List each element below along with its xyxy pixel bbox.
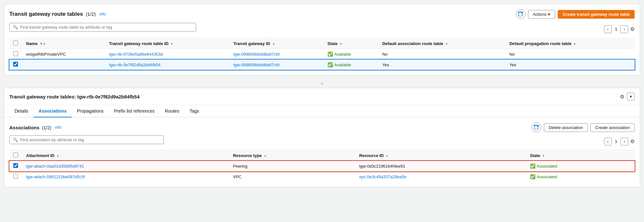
assoc-state-badge: ✅Associated (530, 163, 631, 169)
status-icon: ✅ (327, 51, 333, 57)
assoc-state: ✅Associated (526, 171, 635, 182)
th-default-assoc: Default association route table ▾ (378, 38, 506, 49)
tab-tags[interactable]: Tags (185, 105, 204, 117)
assoc-resource-type: Peering (229, 161, 355, 171)
row-checkbox-cell[interactable] (9, 49, 22, 60)
row-default-prop: No (506, 49, 635, 60)
detail-collapse-button[interactable]: ▾ (627, 93, 635, 100)
assoc-resource-id: tgw-0d3c2196164f4ee91 (355, 161, 526, 171)
detail-title: Transit gateway route tables: tgw-rtb-0e… (9, 94, 139, 99)
top-next-page-button[interactable]: › (620, 25, 628, 33)
th-checkbox (9, 38, 22, 49)
assoc-next-page-button[interactable]: › (620, 138, 628, 145)
tgw-id-link[interactable]: tgw-099806b6dd8a87cfd (233, 62, 279, 67)
top-section-header: Transit gateway route tables (1/2) info … (9, 9, 635, 19)
delete-association-button[interactable]: Delete association (544, 123, 588, 132)
tgw-id-link[interactable]: tgw-099806b6dd8a87cfd (233, 52, 279, 57)
row-default-assoc: Yes (378, 60, 506, 70)
assoc-prev-page-button[interactable]: ‹ (604, 138, 612, 145)
tab-associations[interactable]: Associations (33, 105, 72, 117)
row-tgw-id: tgw-099806b6dd8a87cfd (230, 49, 324, 60)
resource-id-text: tgw-0d3c2196164f4ee91 (359, 164, 405, 169)
assoc-header-row: Attachment ID ▾ Resource type ▾ Resource… (9, 150, 635, 161)
chevron-down-icon: ▾ (548, 12, 550, 17)
assoc-header: Associations (1/2) info Delete associati… (9, 123, 635, 132)
associations-table: Attachment ID ▾ Resource type ▾ Resource… (9, 150, 635, 182)
table-row[interactable]: wstgwRtbPrivateVPC tgw-rtb-0736e5a86e844… (9, 49, 635, 60)
resource-id-link[interactable]: vpc-0e3c49a337a29ea5e (359, 174, 406, 179)
sort-icon-rtid: ▾ (171, 42, 173, 46)
sort-icon-tgwid: ▾ (273, 42, 274, 46)
associations-body: tgw-attach-0aa01d35fdf5d9741 Peering tgw… (9, 161, 635, 182)
assoc-row-checkbox[interactable] (13, 163, 18, 168)
assoc-th-state: State ▾ (526, 150, 635, 161)
row-checkbox-cell[interactable] (9, 60, 22, 70)
state-badge: ✅Available (327, 51, 374, 57)
assoc-page-num: 1 (614, 139, 619, 144)
top-search-input[interactable] (20, 25, 193, 30)
attachment-id-link[interactable]: tgw-attach-0aa01d35fdf5d9741 (26, 164, 84, 169)
assoc-table-row[interactable]: tgw-attach-0aa01d35fdf5d9741 Peering tgw… (9, 161, 635, 171)
assoc-info-link[interactable]: info (55, 125, 61, 130)
table-row[interactable]: tgw-rtb-0e7f82d9a2b84fb54 tgw-099806b6dd… (9, 60, 635, 70)
assoc-refresh-button[interactable] (532, 123, 541, 132)
tab-routes[interactable]: Routes (160, 105, 184, 117)
assoc-status-icon: ✅ (530, 174, 535, 179)
detail-section: Transit gateway route tables: tgw-rtb-0e… (4, 88, 640, 187)
route-tables-body: wstgwRtbPrivateVPC tgw-rtb-0736e5a86e844… (9, 49, 635, 70)
assoc-state: ✅Associated (526, 161, 635, 171)
assoc-title-group: Associations (1/2) info (9, 125, 62, 130)
actions-button[interactable]: Actions ▾ (528, 10, 555, 19)
assoc-resource-type: VPC (229, 171, 355, 182)
route-table-id-link[interactable]: tgw-rtb-0736e5a86e844363d (109, 52, 163, 57)
top-info-link[interactable]: info (99, 12, 106, 16)
divider-handle[interactable]: ≡ (0, 79, 644, 88)
assoc-state-badge: ✅Associated (530, 174, 631, 179)
th-route-table-id: Transit gateway route table ID ▾ (105, 38, 230, 49)
status-icon: ✅ (327, 62, 333, 67)
create-route-table-button[interactable]: Create transit gateway route table (558, 10, 635, 19)
row-checkbox[interactable] (13, 62, 18, 67)
top-refresh-button[interactable] (516, 9, 526, 19)
attachment-id-link[interactable]: tgw-attach-0881210be097d5c5f (26, 174, 85, 179)
assoc-select-all-checkbox[interactable] (13, 153, 18, 157)
row-route-table-id: tgw-rtb-0e7f82d9a2b84fb54 (105, 60, 230, 70)
tab-details[interactable]: Details (9, 105, 33, 117)
route-tables-table: Name ✎ ▾ Transit gateway route table ID … (9, 38, 635, 70)
tab-prefix-list-references[interactable]: Prefix list references (109, 105, 160, 117)
th-default-prop: Default propagation route table ▾ (506, 38, 635, 49)
detail-settings-button[interactable]: ⚙ (620, 94, 624, 100)
sort-icon-rid: ▾ (386, 154, 388, 158)
assoc-settings-button[interactable]: ⚙ (630, 138, 635, 144)
detail-header-controls: ⚙ ▾ (620, 93, 635, 100)
row-name: wstgwRtbPrivateVPC (22, 49, 105, 60)
top-section-title: Transit gateway route tables (1/2) (9, 11, 96, 17)
assoc-controls: Delete association Create association (532, 123, 635, 132)
sort-icon-name: ✎ ▾ (40, 42, 45, 46)
assoc-checkbox-cell[interactable] (9, 161, 22, 171)
row-state: ✅Available (324, 60, 378, 70)
assoc-th-checkbox (9, 150, 22, 161)
assoc-table-row[interactable]: tgw-attach-0881210be097d5c5f VPC vpc-0e3… (9, 171, 635, 182)
select-all-checkbox[interactable] (13, 41, 18, 45)
assoc-search-input[interactable] (20, 137, 160, 142)
sort-icon-as: ▾ (543, 154, 544, 158)
assoc-search-icon: 🔍 (13, 137, 18, 142)
top-search-bar[interactable]: 🔍 (9, 23, 196, 32)
top-settings-button[interactable]: ⚙ (630, 26, 635, 32)
row-route-table-id: tgw-rtb-0736e5a86e844363d (105, 49, 230, 60)
create-association-button[interactable]: Create association (590, 123, 635, 132)
route-table-id-link[interactable]: tgw-rtb-0e7f82d9a2b84fb54 (109, 62, 161, 67)
top-page-num: 1 (614, 27, 619, 32)
assoc-row-checkbox[interactable] (13, 174, 18, 179)
assoc-checkbox-cell[interactable] (9, 171, 22, 182)
top-search-row: 🔍 ‹ 1 › ⚙ (9, 23, 635, 35)
top-section: Transit gateway route tables (1/2) info … (4, 4, 640, 75)
row-checkbox[interactable] (13, 51, 18, 56)
assoc-refresh-icon (534, 125, 539, 130)
assoc-title: Associations (1/2) (9, 125, 51, 130)
sort-icon-aid: ▾ (57, 154, 59, 158)
assoc-search-bar[interactable]: 🔍 (9, 135, 164, 144)
tab-propagations[interactable]: Propagations (72, 105, 109, 117)
top-prev-page-button[interactable]: ‹ (604, 25, 612, 33)
